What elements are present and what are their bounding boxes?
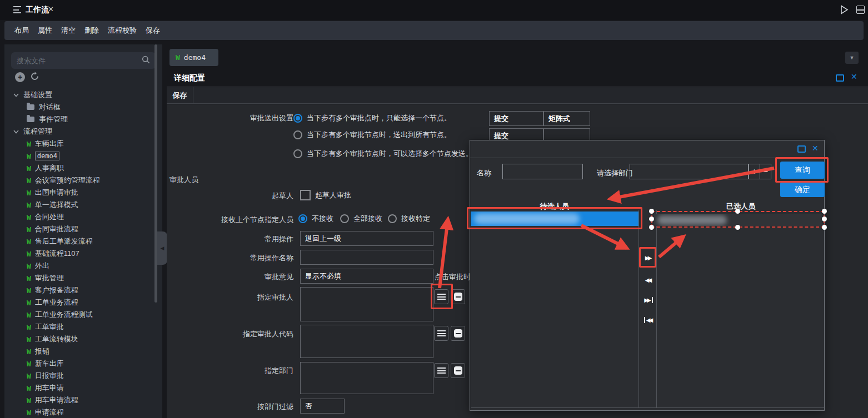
approver-textarea[interactable]	[300, 287, 433, 321]
tree-flow-item[interactable]: W报销	[4, 346, 162, 357]
assign-dept-remove-button[interactable]	[451, 363, 465, 378]
tree-group-process-mgmt[interactable]: 流程管理	[4, 126, 162, 137]
minus-icon	[454, 329, 462, 338]
radio-icon[interactable]	[388, 214, 397, 223]
dept-select-input[interactable]	[630, 164, 749, 179]
tree-flow-item[interactable]: W用车申请	[4, 382, 162, 394]
move-all-left-button[interactable]: ◀◀	[641, 314, 656, 326]
close-icon[interactable]: ✕	[812, 144, 819, 153]
submit-dropdown-1[interactable]: 提交	[489, 111, 543, 126]
tree-flow-item-selected[interactable]: Wdemo4	[4, 150, 162, 162]
tree-flow-item[interactable]: W车辆出库	[4, 138, 162, 149]
assign-dept-list-button[interactable]	[434, 363, 448, 378]
refresh-icon[interactable]	[30, 72, 39, 83]
radio-icon[interactable]	[293, 130, 302, 139]
tab-list-dropdown-button[interactable]: ▼	[845, 52, 859, 64]
selected-item[interactable]	[654, 214, 822, 226]
tree-flow-item[interactable]: W外出	[4, 260, 162, 271]
candidate-item-selected[interactable]	[471, 211, 638, 226]
toolbar-validate-button[interactable]: 流程校验	[108, 26, 137, 36]
approver-code-textarea[interactable]	[300, 325, 433, 358]
dept-add-button[interactable]: +	[749, 164, 760, 179]
maximize-icon[interactable]	[797, 145, 806, 153]
tree-group-basic-settings[interactable]: 基础设置	[4, 89, 162, 100]
flow-label: 新车出库	[35, 359, 64, 369]
radio-selected-icon[interactable]	[298, 214, 307, 223]
approver-code-list-button[interactable]	[434, 326, 448, 341]
drafter-approval-option[interactable]: 起草人审批	[300, 190, 351, 200]
toolbar-delete-button[interactable]: 删除	[84, 26, 99, 36]
app-menu-icon[interactable]	[13, 6, 21, 13]
folder-icon	[27, 117, 34, 122]
tree-flow-item[interactable]: W工单审批	[4, 321, 162, 333]
radio-icon[interactable]	[293, 149, 302, 158]
comment-input[interactable]	[300, 269, 433, 284]
tree-item-dialog[interactable]: 对话框	[4, 102, 162, 113]
collapse-left-icon: ◀	[161, 245, 164, 251]
search-input[interactable]	[17, 57, 142, 65]
radio-selected-icon[interactable]	[293, 114, 302, 123]
assign-dept-textarea[interactable]	[300, 362, 433, 394]
redacted-person-name	[474, 213, 580, 224]
tree-flow-item[interactable]: W工单流转模块	[4, 334, 162, 345]
receive-option-none[interactable]: 不接收	[298, 214, 333, 224]
tree-flow-item[interactable]: W出国申请审批	[4, 187, 162, 198]
tab-label: demo4	[184, 53, 206, 62]
receive-option-all[interactable]: 全部接收	[340, 214, 382, 224]
tree-flow-item[interactable]: W单一选择模式	[4, 199, 162, 210]
move-left-button[interactable]: ◀◀	[641, 274, 656, 286]
tree-flow-item[interactable]: W合同审批流程	[4, 224, 162, 235]
checkbox-icon[interactable]	[300, 190, 311, 200]
tree-flow-item[interactable]: W日报审批	[4, 370, 162, 381]
chevron-down-icon[interactable]	[13, 130, 19, 134]
receive-option-specific[interactable]: 接收特定	[388, 214, 430, 224]
sidebar-collapse-handle[interactable]: ◀	[157, 231, 167, 265]
tree-flow-item[interactable]: W新车出库	[4, 358, 162, 369]
tab-save[interactable]: 保存	[167, 87, 193, 104]
radio-icon[interactable]	[340, 214, 349, 223]
tab-demo4[interactable]: W demo4	[169, 49, 218, 66]
name-input[interactable]	[502, 164, 583, 179]
chevron-down-icon[interactable]	[13, 93, 19, 97]
dept-filter-input[interactable]	[300, 399, 345, 414]
approver-code-remove-button[interactable]	[451, 326, 465, 341]
query-button[interactable]: 查询	[780, 162, 825, 179]
close-icon[interactable]: ✕	[851, 72, 857, 81]
tree-flow-item[interactable]: W工单业务流程测试	[4, 309, 162, 320]
search-icon[interactable]	[142, 56, 150, 66]
move-right-button[interactable]: ▶▶	[641, 251, 656, 264]
confirm-button[interactable]: 确定	[780, 182, 825, 197]
tree-flow-item[interactable]: W工单业务流程	[4, 297, 162, 308]
toolbar-clear-button[interactable]: 清空	[61, 26, 76, 36]
window-tab-close-icon[interactable]: ✕	[48, 5, 54, 13]
tree-flow-item[interactable]: W合同处理	[4, 211, 162, 223]
tree-flow-item[interactable]: W客户报备流程	[4, 285, 162, 296]
split-layout-icon[interactable]	[856, 6, 865, 14]
tree-flow-item[interactable]: W用车申请流程	[4, 395, 162, 406]
add-icon[interactable]: +	[15, 72, 25, 82]
tree-item-event-mgmt[interactable]: 事件管理	[4, 114, 162, 125]
approver-remove-button[interactable]	[451, 289, 465, 304]
maximize-icon[interactable]	[836, 74, 844, 82]
send-option-2[interactable]: 当下步有多个审批节点时，送出到所有节点。	[293, 130, 451, 140]
common-op-input[interactable]	[300, 231, 433, 246]
tree-flow-item[interactable]: W售后工单派发流程	[4, 236, 162, 247]
toolbar-properties-button[interactable]: 属性	[38, 26, 52, 36]
run-icon[interactable]	[840, 5, 849, 17]
drafter-label: 起草人	[272, 191, 293, 201]
move-all-right-button[interactable]: ▶▶	[641, 294, 656, 306]
matrix-dropdown[interactable]: 矩阵式	[543, 111, 590, 126]
tree-flow-item[interactable]: W基础流程1107	[4, 248, 162, 259]
tree-flow-item[interactable]: W申请流程	[4, 407, 162, 418]
send-option-1[interactable]: 当下步有多个审批点时，只能选择一个节点。	[293, 113, 451, 123]
dept-remove-button[interactable]: −	[760, 164, 771, 179]
tree-flow-item[interactable]: W审批管理	[4, 273, 162, 284]
common-op-name-input[interactable]	[300, 250, 433, 265]
toolbar-save-button[interactable]: 保存	[146, 26, 160, 36]
toolbar-layout-button[interactable]: 布局	[14, 26, 29, 36]
tree-flow-item[interactable]: W人事离职	[4, 163, 162, 174]
tree-flow-item[interactable]: W会议室预约管理流程	[4, 175, 162, 186]
approver-list-button[interactable]	[434, 289, 448, 304]
send-option-3[interactable]: 当下步有多个审批节点时，可以选择多个节点发送。	[293, 149, 473, 159]
tree-item-label: 对话框	[39, 102, 61, 112]
